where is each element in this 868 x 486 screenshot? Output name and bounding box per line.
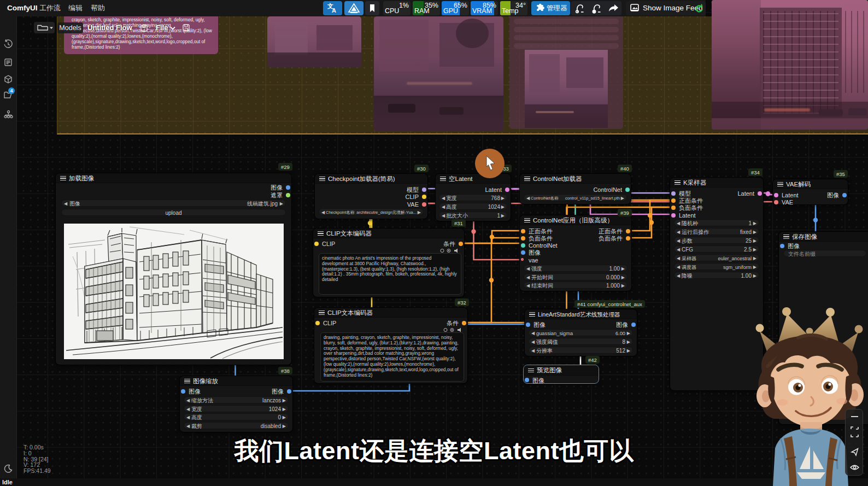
svg-text:A: A [332,7,336,14]
